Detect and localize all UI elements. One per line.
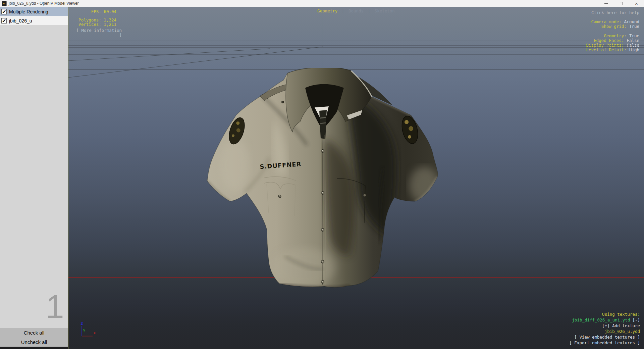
stats-overlay: FPS: 60.04 Polygons: 1,324 Vertices: 1,2… <box>73 9 122 37</box>
setting-value: False <box>627 38 639 43</box>
list-item-multiple-rendering[interactable]: ✔ Multiple Rendering <box>0 7 68 16</box>
uncheck-all-button[interactable]: Uncheck all <box>0 337 68 347</box>
textures-panel: Using textures: jbib_diff_026_a_uni.ytd[… <box>569 311 640 346</box>
setting-value: High <box>629 47 639 52</box>
openiv-model-viewer-window: { "window": { "title": "jbib_026_u.ydd -… <box>0 0 644 349</box>
setting-label: Geometry: <box>604 33 627 38</box>
tab-bounds[interactable]: Bounds <box>348 8 364 13</box>
window-accent-line <box>0 7 644 7</box>
view-embedded-textures-button[interactable]: [ View embedded textures ] <box>569 334 640 340</box>
check-all-button[interactable]: Check all <box>0 328 68 337</box>
setting-label: Show grid: <box>601 24 627 29</box>
model-viewport-canvas[interactable]: FPS: 60.04 Polygons: 1,324 Vertices: 1,2… <box>68 7 644 349</box>
fps-value: FPS: 60.04 <box>73 9 122 14</box>
sidebar-button-group: Check all Uncheck all <box>0 328 68 347</box>
add-texture-button[interactable]: [+] Add texture <box>569 323 640 329</box>
tab-separator: | <box>368 8 371 13</box>
app-icon: IV <box>2 1 7 6</box>
setting-label: Edged Faces: <box>594 38 624 43</box>
tab-skeleton[interactable]: Skeleton <box>375 8 395 13</box>
setting-value: Around <box>624 19 639 24</box>
setting-value: True <box>629 33 639 38</box>
restore-icon <box>620 2 623 5</box>
window-controls: × <box>599 0 644 7</box>
shirt-model: S.DUFFNER <box>205 68 439 289</box>
setting-value: True <box>629 24 639 29</box>
textures-header: Using textures: <box>569 311 640 317</box>
close-icon: × <box>635 1 638 6</box>
show-grid-setting[interactable]: Show grid:True <box>586 24 639 29</box>
setting-label: Level of Detail: <box>586 47 626 52</box>
list-item-label: jbib_026_u <box>9 18 32 23</box>
edged-faces-setting[interactable]: Edged Faces:False <box>586 38 639 43</box>
axis-z-label: z <box>80 321 83 326</box>
remove-texture-button[interactable]: [-] <box>632 317 640 322</box>
list-item-model[interactable]: ✔ jbib_026_u <box>0 16 68 25</box>
settings-overlay: Click here for help Camera mode:Around S… <box>586 10 639 52</box>
model-file-label: jbib_026_u.ydd <box>569 329 640 334</box>
minimize-button[interactable] <box>599 0 614 7</box>
more-information-link[interactable]: [ More information ] <box>73 28 122 37</box>
texture-file-link[interactable]: jbib_diff_026_a_uni.ytd <box>572 317 630 322</box>
texture-row: jbib_diff_026_a_uni.ytd[-] <box>569 317 640 323</box>
tab-geometry[interactable]: Geometry <box>317 8 337 13</box>
camera-mode-setting[interactable]: Camera mode:Around <box>586 19 639 24</box>
lod-watermark: 1 <box>46 293 64 320</box>
left-epaulette-button <box>282 101 284 103</box>
setting-label: Display Points: <box>586 43 624 48</box>
model-list-sidebar: ✔ Multiple Rendering ✔ jbib_026_u 1 Chec… <box>0 7 68 349</box>
list-item-label: Multiple Rendering <box>9 9 48 14</box>
window-title: jbib_026_u.ydd - OpenIV Model Viewer <box>9 1 79 6</box>
display-points-setting[interactable]: Display Points:False <box>586 43 639 48</box>
sidebar-bottom-strip <box>0 347 68 349</box>
setting-value: False <box>627 43 639 48</box>
minimize-icon <box>604 3 608 4</box>
help-link[interactable]: Click here for help <box>586 10 639 15</box>
geometry-setting[interactable]: Geometry:True <box>586 34 639 38</box>
export-embedded-textures-button[interactable]: [ Export embedded textures ] <box>569 340 640 346</box>
axis-y-label: y <box>83 327 86 332</box>
vertices-value: Vertices: 1,211 <box>73 22 122 27</box>
restore-button[interactable] <box>614 0 629 7</box>
view-mode-tabs: Geometry | Bounds | Skeleton <box>317 9 395 13</box>
tab-separator: | <box>342 8 344 13</box>
axis-x-label: x <box>93 330 96 335</box>
title-bar[interactable]: IV jbib_026_u.ydd - OpenIV Model Viewer … <box>0 0 644 7</box>
checkbox-multiple-rendering[interactable]: ✔ <box>1 9 7 14</box>
level-of-detail-setting[interactable]: Level of Detail:High <box>586 48 639 52</box>
checkbox-model[interactable]: ✔ <box>1 18 7 23</box>
axis-gizmo: z y x <box>75 321 102 341</box>
setting-label: Camera mode: <box>591 19 622 24</box>
close-button[interactable]: × <box>629 0 644 7</box>
